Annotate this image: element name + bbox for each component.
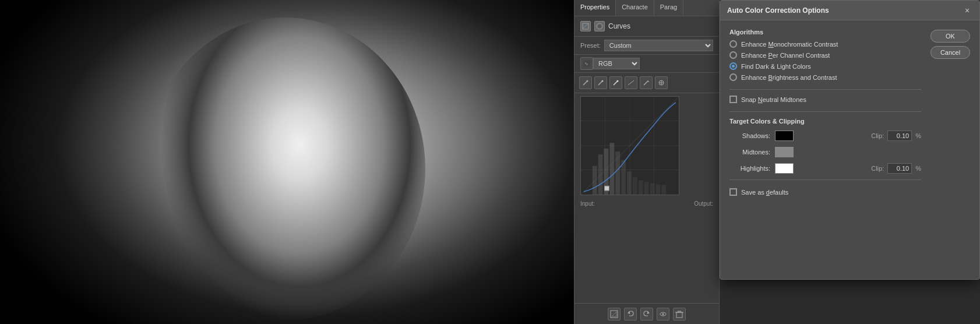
radio-circle-monochromatic	[729, 40, 737, 48]
visibility-icon[interactable]	[657, 308, 669, 321]
algorithm-radio-group: Enhance Monochromatic Contrast Enhance P…	[729, 40, 921, 81]
save-defaults-row: Save as defaults	[729, 188, 921, 196]
panel-header: Curves	[574, 16, 719, 37]
radio-dot-dark-light	[732, 65, 735, 68]
svg-text:∿: ∿	[584, 61, 588, 66]
svg-rect-24	[593, 166, 597, 195]
midtones-label: Midtones:	[729, 149, 770, 156]
tab-paragraph[interactable]: Parag	[654, 0, 683, 16]
mask-icon	[594, 21, 605, 31]
tool-icons-row	[574, 73, 719, 93]
dialog-close-button[interactable]: ×	[962, 5, 972, 16]
curves-graph[interactable]	[580, 96, 679, 195]
preset-select[interactable]: Custom	[604, 40, 713, 51]
svg-point-11	[617, 80, 619, 82]
preset-row: Preset: Custom	[574, 37, 719, 55]
highlights-clip-label: Clip:	[871, 165, 884, 172]
dialog-buttons: OK Cancel	[930, 30, 970, 59]
portrait-background	[0, 0, 574, 324]
shadows-swatch[interactable]	[775, 131, 794, 141]
curves-title: Curves	[608, 22, 630, 30]
snap-neutral-row: Snap Neutral Midtones	[729, 96, 921, 103]
dialog-titlebar: Auto Color Correction Options ×	[720, 1, 979, 20]
auto-color-correction-dialog: Auto Color Correction Options × Algorith…	[720, 0, 980, 280]
shadows-clip-label: Clip:	[871, 132, 884, 139]
undo-icon[interactable]	[624, 308, 637, 321]
radio-label-monochromatic: Enhance Monochromatic Contrast	[741, 41, 838, 48]
midtones-row: Midtones:	[729, 147, 921, 157]
channel-select[interactable]: RGB	[593, 58, 640, 69]
delete-icon[interactable]	[673, 308, 686, 321]
highlights-clip-input[interactable]	[887, 163, 912, 174]
tab-properties[interactable]: Properties	[574, 0, 616, 16]
svg-rect-35	[655, 184, 660, 195]
input-output-row: Input: Output:	[574, 198, 719, 209]
svg-rect-37	[605, 186, 609, 191]
curve-tool-icon[interactable]	[625, 76, 637, 89]
radio-find-dark-light[interactable]: Find Dark & Light Colors	[729, 62, 921, 70]
svg-point-7	[587, 80, 588, 82]
highlights-row: Highlights: Clip: %	[729, 163, 921, 174]
radio-enhance-monochromatic[interactable]: Enhance Monochromatic Contrast	[729, 40, 921, 48]
radio-label-brightness: Enhance Brightness and Contrast	[741, 74, 837, 81]
highlights-pct: %	[915, 165, 921, 172]
snap-neutral-checkbox[interactable]	[729, 96, 737, 103]
eyedropper-shadows-icon[interactable]	[579, 76, 592, 89]
shadows-clip-input[interactable]	[887, 131, 912, 141]
radio-circle-per-channel	[729, 51, 737, 59]
channel-icon: ∿	[580, 57, 593, 70]
svg-rect-34	[650, 183, 655, 195]
svg-rect-27	[609, 143, 614, 195]
target-colors-label: Target Colors & Clipping	[729, 118, 921, 125]
ok-button[interactable]: OK	[930, 30, 970, 43]
separator-2	[729, 111, 921, 112]
redo-icon[interactable]	[640, 308, 653, 321]
bottom-tools	[574, 303, 719, 324]
svg-marker-39	[612, 312, 616, 316]
output-label: Output:	[694, 200, 713, 207]
highlights-clip-group: Clip: %	[871, 163, 921, 174]
canvas-area	[0, 0, 574, 324]
save-defaults-label: Save as defaults	[741, 189, 788, 196]
svg-rect-31	[633, 177, 637, 195]
properties-panel: Properties Characte Parag Curves Preset:…	[574, 0, 720, 324]
svg-point-3	[598, 24, 601, 28]
svg-line-1	[583, 24, 588, 29]
midtones-swatch[interactable]	[775, 147, 794, 157]
svg-rect-25	[598, 154, 603, 195]
svg-rect-30	[627, 171, 632, 195]
preset-label: Preset:	[580, 42, 601, 49]
radio-enhance-per-channel[interactable]: Enhance Per Channel Contrast	[729, 51, 921, 59]
eyedropper-highlights-icon[interactable]	[609, 76, 622, 89]
cancel-button[interactable]: Cancel	[930, 46, 970, 59]
adjustment-icon	[580, 21, 591, 31]
snap-neutral-label: Snap Neutral Midtones	[741, 96, 806, 103]
highlights-swatch[interactable]	[775, 163, 794, 174]
channel-row: ∿ RGB	[574, 55, 719, 73]
algorithms-label: Algorithms	[729, 29, 921, 36]
shadows-row: Shadows: Clip: %	[729, 131, 921, 141]
pencil-icon[interactable]	[640, 76, 653, 89]
svg-rect-36	[661, 185, 666, 195]
eyedropper-midtones-icon[interactable]	[594, 76, 607, 89]
tab-character[interactable]: Characte	[616, 0, 654, 16]
target-icon[interactable]	[655, 76, 668, 89]
target-adjustment-icon[interactable]	[608, 308, 621, 321]
panel-tabs: Properties Characte Parag	[574, 0, 719, 16]
radio-circle-dark-light	[729, 62, 737, 70]
separator-3	[729, 179, 921, 180]
radio-circle-brightness	[729, 73, 737, 81]
input-label: Input:	[580, 200, 595, 207]
radio-label-dark-light: Find Dark & Light Colors	[741, 63, 811, 70]
svg-rect-28	[615, 152, 620, 195]
svg-line-12	[644, 81, 648, 85]
shadows-pct: %	[915, 132, 921, 139]
shadows-clip-group: Clip: %	[871, 131, 921, 141]
face-highlight	[146, 17, 425, 321]
dialog-title: Auto Color Correction Options	[727, 6, 829, 15]
save-defaults-checkbox[interactable]	[729, 188, 737, 196]
radio-label-per-channel: Enhance Per Channel Contrast	[741, 52, 830, 59]
shadows-label: Shadows:	[729, 132, 770, 139]
svg-rect-44	[676, 312, 682, 318]
radio-enhance-brightness[interactable]: Enhance Brightness and Contrast	[729, 73, 921, 81]
